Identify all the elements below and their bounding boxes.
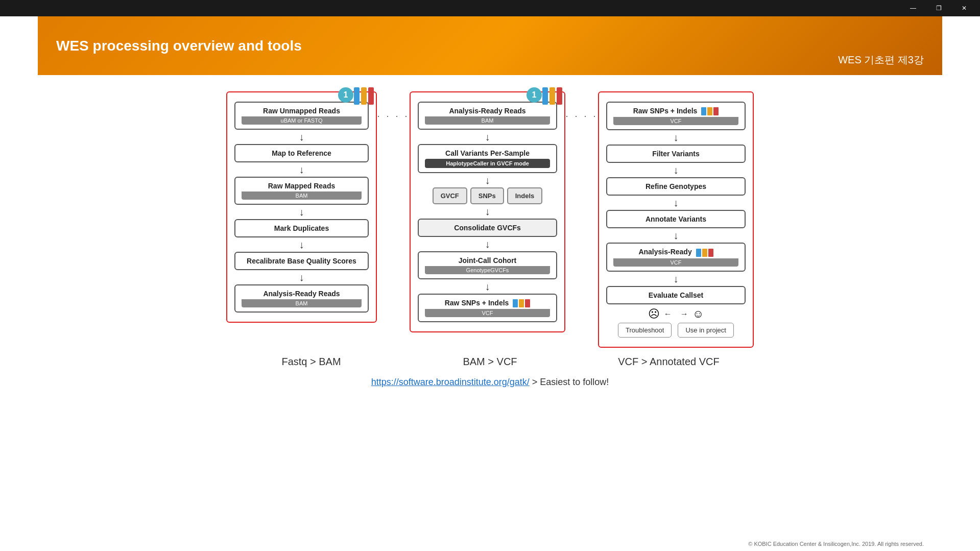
smiley-arrow-left: ← — [660, 309, 676, 319]
caption3: VCF > Annotated VCF — [595, 356, 743, 368]
connector1: · · · · — [377, 91, 410, 122]
p2-rawsnps-label: Raw SNPs + Indels — [445, 299, 531, 307]
caption1: Fastq > BAM — [237, 356, 386, 368]
p1-step5-label: Recalibrate Base Quality Scores — [247, 257, 356, 265]
p3-step5-label: Analysis-Ready — [638, 248, 713, 256]
p1-step2-label: Map to Reference — [272, 149, 331, 157]
p3-step3-box: Refine Genotypes — [606, 177, 746, 196]
pipeline3-box: Raw SNPs + Indels VCF ↓ Filter Variant — [598, 91, 754, 348]
p2-rawsnps-box: Raw SNPs + Indels VCF — [418, 294, 557, 322]
pipeline1-box: 1 Raw Unmapped Reads uBAM or FASTQ ↓ — [226, 91, 377, 323]
sad-face: ☹ — [648, 307, 660, 321]
p3-step6-label: Evaluate Callset — [649, 291, 703, 299]
pipeline2-badge: 1 — [527, 87, 542, 103]
connector2: · · · · — [565, 91, 598, 122]
p1-step3-sub: BAM — [242, 191, 362, 200]
p1-arrow3: ↓ — [234, 206, 369, 218]
p1-step6-sub: BAM — [242, 299, 362, 307]
p2-arrow2: ↓ — [418, 174, 557, 186]
use-in-project-button[interactable]: Use in project — [678, 323, 733, 338]
p2-step2-box: Call Variants Per-Sample HaplotypeCaller… — [418, 144, 557, 173]
slide: WES processing overview and tools WES 기초… — [38, 16, 942, 551]
p2-consolidate-label: Consolidate GVCFs — [454, 224, 521, 232]
p2-step1-label: Analysis-Ready Reads — [449, 107, 525, 115]
titlebar: — ❐ ✕ — [0, 0, 980, 16]
smiley-row: ☹ ← → ☺ — [606, 307, 746, 321]
p2-gvcf: GVCF — [433, 187, 467, 204]
p2-arrow3: ↓ — [418, 205, 557, 218]
p3-step2-box: Filter Variants — [606, 145, 746, 163]
p2-haplotype-label: HaplotypeCaller in GVCF mode — [425, 159, 550, 168]
caption2: BAM > VCF — [416, 356, 564, 368]
p3-step5-sub: VCF — [613, 258, 738, 267]
pipeline1-strips — [354, 87, 374, 105]
slide-subtitle: WES 기초편 제3강 — [838, 53, 924, 67]
p3-step1-box: Raw SNPs + Indels VCF — [606, 102, 746, 130]
p1-arrow1: ↓ — [234, 131, 369, 143]
p3-arrow1: ↓ — [606, 131, 746, 143]
p1-step4-label: Mark Duplicates — [274, 224, 329, 232]
happy-face: ☺ — [692, 307, 704, 321]
p1-step1-label: Raw Unmapped Reads — [263, 107, 340, 115]
p2-step2-label: Call Variants Per-Sample — [445, 149, 530, 157]
main-content: 1 Raw Unmapped Reads uBAM or FASTQ ↓ — [38, 75, 942, 396]
p3-step3-label: Refine Genotypes — [646, 182, 706, 190]
restore-button[interactable]: ❐ — [927, 0, 950, 16]
p2-arrow1: ↓ — [418, 131, 557, 143]
dots1: · · · · — [377, 111, 409, 122]
p2-snps: SNPs — [470, 187, 504, 204]
header-bar: WES processing overview and tools WES 기초… — [38, 16, 942, 75]
pipeline1-container: 1 Raw Unmapped Reads uBAM or FASTQ ↓ — [226, 91, 377, 323]
p1-step5-box: Recalibrate Base Quality Scores — [234, 252, 369, 270]
diagram-row: 1 Raw Unmapped Reads uBAM or FASTQ ↓ — [226, 91, 754, 348]
bottom-link-row: https://software.broadinstitute.org/gatk… — [371, 377, 609, 388]
pipeline2-box: 1 Analysis-Ready Reads BAM ↓ — [410, 91, 565, 332]
diagram-labels: Fastq > BAM BAM > VCF VCF > Annotated VC… — [237, 356, 743, 368]
dots2: · · · · — [565, 111, 597, 122]
p1-step3-label: Raw Mapped Reads — [268, 182, 335, 190]
pipeline2-container: 1 Analysis-Ready Reads BAM ↓ — [410, 91, 565, 332]
slide-title: WES processing overview and tools — [56, 38, 302, 54]
p2-consolidate-box: Consolidate GVCFs — [418, 219, 557, 237]
close-button[interactable]: ✕ — [952, 0, 976, 16]
p1-step4-box: Mark Duplicates — [234, 219, 369, 237]
gatk-link[interactable]: https://software.broadinstitute.org/gatk… — [371, 377, 530, 387]
p1-arrow4: ↓ — [234, 238, 369, 251]
p1-step2-box: Map to Reference — [234, 144, 369, 162]
troubleshoot-button[interactable]: Troubleshoot — [618, 323, 672, 338]
p2-step1-box: Analysis-Ready Reads BAM — [418, 102, 557, 130]
troubleshoot-row: Troubleshoot Use in project — [606, 323, 746, 338]
p3-step1-label: Raw SNPs + Indels — [633, 107, 719, 115]
p2-jointcall-box: Joint-Call Cohort GenotypeGVCFs — [418, 251, 557, 279]
p3-arrow5: ↓ — [606, 273, 746, 285]
smiley-arrow-right: → — [676, 309, 692, 319]
p2-indels: Indels — [507, 187, 543, 204]
p2-gvcf-row: GVCF SNPs Indels — [418, 187, 557, 204]
pipeline3-container: Raw SNPs + Indels VCF ↓ Filter Variant — [598, 91, 754, 348]
p3-step4-label: Annotate Variants — [646, 215, 706, 223]
p3-step2-label: Filter Variants — [652, 150, 700, 158]
minimize-button[interactable]: — — [901, 0, 925, 16]
p3-step5-box: Analysis-Ready VCF — [606, 243, 746, 271]
p1-step6-box: Analysis-Ready Reads BAM — [234, 284, 369, 313]
p3-arrow2: ↓ — [606, 164, 746, 176]
p3-arrow3: ↓ — [606, 197, 746, 209]
p2-jointcall-label: Joint-Call Cohort — [459, 256, 517, 265]
footer: © KOBIC Education Center & Insilicogen,I… — [748, 541, 924, 547]
p1-arrow5: ↓ — [234, 271, 369, 283]
p1-step3-box: Raw Mapped Reads BAM — [234, 177, 369, 205]
p2-arrow5: ↓ — [418, 280, 557, 293]
p3-step6-box: Evaluate Callset — [606, 286, 746, 304]
p3-step1-sub: VCF — [613, 117, 738, 125]
p3-arrow4: ↓ — [606, 229, 746, 242]
p1-arrow2: ↓ — [234, 163, 369, 176]
p2-arrow4: ↓ — [418, 238, 557, 250]
pipeline2-strips — [542, 87, 562, 105]
p1-step1-box: Raw Unmapped Reads uBAM or FASTQ — [234, 102, 369, 130]
p1-step1-sub: uBAM or FASTQ — [242, 116, 362, 125]
p3-step4-box: Annotate Variants — [606, 210, 746, 228]
p1-step6-label: Analysis-Ready Reads — [263, 290, 340, 298]
link-suffix: > Easiest to follow! — [530, 377, 609, 387]
p2-step1-sub: BAM — [425, 116, 550, 125]
p2-rawsnps-sub: VCF — [425, 309, 550, 317]
